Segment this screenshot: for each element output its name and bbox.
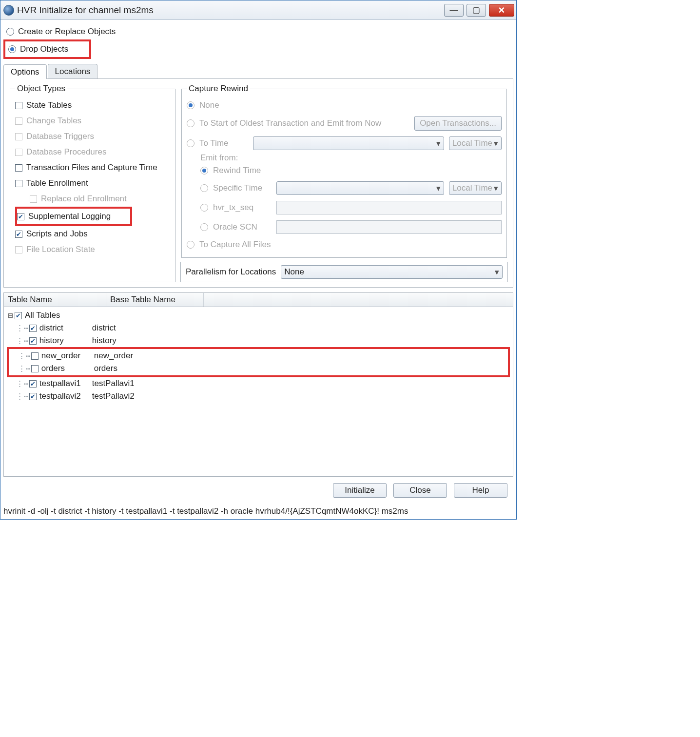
chk-supplemental-logging[interactable]: Supplemental Logging (17, 209, 130, 224)
chk-all-tables[interactable] (15, 312, 22, 319)
radio-label: Create or Replace Objects (18, 27, 116, 37)
chk-database-triggers: Database Triggers (15, 129, 170, 144)
table-row[interactable]: ⋮⋯new_ordernew_order (9, 349, 508, 362)
object-types-group: Object Types State Tables Change Tables … (10, 84, 175, 282)
radio-oracle-scn: Oracle SCN (200, 217, 502, 237)
radio-to-time: To Time Local Time (187, 134, 502, 153)
radio-to-start: To Start of Oldest Transaction and Emit … (187, 113, 502, 134)
chk-state-tables[interactable]: State Tables (15, 97, 170, 113)
hvr-tx-seq-input (276, 201, 502, 214)
help-button[interactable]: Help (454, 483, 507, 498)
radio-create-replace[interactable]: Create or Replace Objects (3, 24, 513, 39)
radio-hvr-tx-seq: hvr_tx_seq (200, 198, 502, 217)
chk-database-procedures: Database Procedures (15, 144, 170, 160)
chk-table-district[interactable] (29, 325, 37, 332)
titlebar[interactable]: HVR Initialize for channel ms2ms — ▢ × (0, 0, 516, 20)
chk-change-tables: Change Tables (15, 113, 170, 129)
radio-drop-objects[interactable]: Drop Objects (3, 39, 91, 59)
capture-rewind-group: Capture Rewind None To Start of Oldest T… (181, 84, 507, 258)
capture-rewind-legend: Capture Rewind (187, 84, 250, 94)
dialog-window: HVR Initialize for channel ms2ms — ▢ × C… (0, 0, 517, 520)
table-row[interactable]: ⋮⋯historyhistory (7, 334, 510, 347)
close-dialog-button[interactable]: Close (393, 483, 447, 498)
chk-table-enrollment[interactable]: Table Enrollment (15, 175, 170, 191)
close-button[interactable]: × (489, 4, 514, 17)
tab-options[interactable]: Options (3, 64, 47, 79)
radio-rewind-time: Rewind Time (200, 163, 502, 178)
chk-table-new_order[interactable] (31, 352, 39, 360)
parallelism-label: Parallelism for Locations (186, 267, 276, 277)
table-area: Table Name Base Table Name ⊟ All Tables … (3, 292, 513, 477)
col-base-table-name[interactable]: Base Table Name (106, 293, 204, 307)
initialize-button[interactable]: Initialize (333, 483, 387, 498)
parallelism-select[interactable]: None (281, 265, 503, 279)
radio-icon (6, 28, 14, 36)
radio-label: Drop Objects (20, 44, 68, 54)
radio-to-capture-all: To Capture All Files (187, 237, 502, 252)
tab-bar: Options Locations (3, 64, 513, 79)
radio-none: None (187, 97, 502, 113)
chk-table-testpallavi2[interactable] (29, 393, 37, 400)
minimize-button[interactable]: — (444, 4, 464, 17)
parallelism-row: Parallelism for Locations None (180, 262, 508, 282)
chk-table-orders[interactable] (31, 365, 39, 372)
window-title: HVR Initialize for channel ms2ms (17, 5, 444, 16)
specific-time-select (276, 181, 444, 195)
table-row[interactable]: ⋮⋯testpallavi1testPallavi1 (7, 377, 510, 390)
radio-specific-time: Specific Time Local Time (200, 178, 502, 198)
table-row[interactable]: ⋮⋯districtdistrict (7, 322, 510, 334)
col-table-name[interactable]: Table Name (4, 293, 106, 307)
chk-table-history[interactable] (29, 337, 37, 345)
window-buttons: — ▢ × (444, 4, 516, 17)
collapse-icon[interactable]: ⊟ (7, 310, 14, 320)
command-line: hvrinit -d -olj -t district -t history -… (0, 505, 516, 519)
tree-root[interactable]: ⊟ All Tables (7, 309, 510, 322)
radio-icon (8, 45, 16, 53)
chk-scripts-jobs[interactable]: Scripts and Jobs (15, 226, 170, 242)
chk-table-testpallavi1[interactable] (29, 380, 37, 388)
app-icon (3, 5, 14, 16)
to-time-tz-select: Local Time (449, 136, 502, 150)
maximize-button[interactable]: ▢ (467, 4, 486, 17)
object-types-legend: Object Types (15, 84, 67, 94)
open-transactions-button: Open Transactions... (414, 116, 502, 131)
to-time-select (253, 136, 444, 150)
table-row[interactable]: ⋮⋯ordersorders (9, 362, 508, 375)
chk-replace-old-enrollment: Replace old Enrollment (30, 191, 170, 207)
table-row[interactable]: ⋮⋯testpallavi2testPallavi2 (7, 390, 510, 403)
chk-file-location-state: File Location State (15, 242, 170, 257)
tab-locations[interactable]: Locations (48, 64, 98, 78)
specific-time-tz-select: Local Time (449, 181, 502, 195)
chk-txn-files[interactable]: Transaction Files and Capture Time (15, 160, 170, 175)
oracle-scn-input (276, 220, 502, 234)
emit-from-label: Emit from: (200, 153, 502, 163)
